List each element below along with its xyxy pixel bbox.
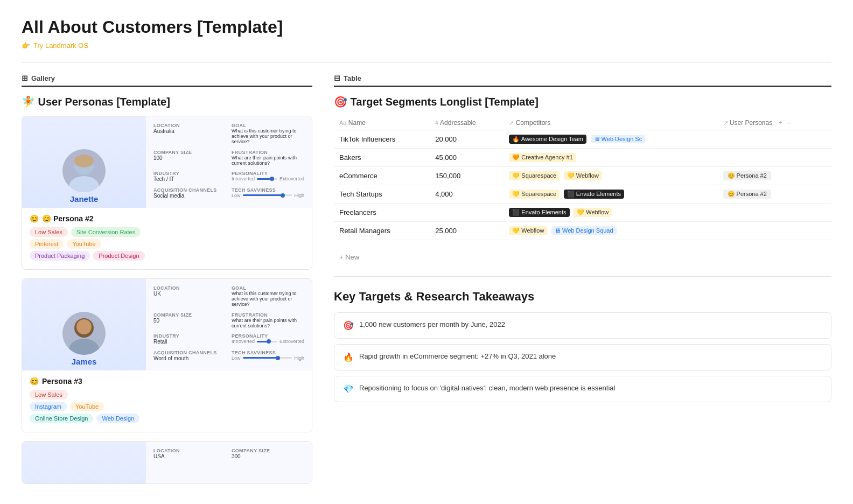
svg-point-1: [69, 176, 99, 192]
tags-row-2-janette: Pinterest YouTube: [30, 239, 304, 249]
cell-comp-freelancers: ⬛ Envato Elements 💛 Webflow: [504, 204, 717, 222]
persona-props-janette: Location Australia Goal What is this cus…: [146, 116, 312, 208]
cell-personas-tiktok: [718, 130, 831, 149]
table-row-bakers[interactable]: Bakers 45,000 🧡 Creative Agency #1: [334, 149, 831, 167]
add-new-label: + New: [339, 253, 359, 261]
comp-envato-t: ⬛ Envato Elements: [564, 190, 624, 199]
cell-comp-ecommerce: 💛 Squarespace 💛 Webflow: [504, 167, 717, 185]
cell-addr-ecommerce: 150,000: [430, 167, 504, 185]
cell-personas-ecommerce: 😊 Persona #2: [718, 167, 831, 185]
comp-webdesign-sq: 🖥 Web Design Sc: [591, 135, 646, 143]
prop-tech-james: Tech savviness Low High: [232, 350, 304, 365]
tag-online-store-design[interactable]: Online Store Design: [30, 414, 93, 423]
segments-table: Aa Name # Addressable ↗ Competitors ↗ Us…: [334, 116, 831, 240]
comp-webflow-r: 💛 Webflow: [509, 226, 547, 235]
persona-props-james: Location UK Goal What is this customer t…: [146, 279, 312, 370]
tags-row-1-james: Low Sales: [30, 390, 304, 400]
cell-comp-tiktok: 🔥 Awesome Design Team 🖥 Web Design Sc: [504, 130, 717, 149]
cell-addr-freelancers: [430, 204, 504, 222]
persona-subname-james: 😊Persona #3: [30, 377, 304, 386]
persona-name-janette: Janette: [70, 194, 99, 204]
cell-personas-bakers: [718, 149, 831, 167]
col-user-personas: ↗ User Personas + ···: [718, 116, 831, 130]
prop-acquisition-james: Acquisition channels Word of mouth: [153, 350, 226, 365]
cell-comp-bakers: 🧡 Creative Agency #1: [504, 149, 717, 167]
gallery-label: Gallery: [31, 74, 55, 82]
comp-creative-agency: 🧡 Creative Agency #1: [509, 153, 576, 162]
table-header-row: Aa Name # Addressable ↗ Competitors ↗ Us…: [334, 116, 831, 130]
add-new-button[interactable]: + New: [334, 249, 831, 265]
table-row-ecommerce[interactable]: eCommerce 150,000 💛 Squarespace 💛 Webflo…: [334, 167, 831, 185]
target-text-2: Rapid growth in eCommerce segment: +27% …: [359, 352, 556, 360]
cell-name-tech: Tech Startups: [334, 185, 430, 204]
col-addressable: # Addressable: [430, 116, 504, 130]
persona-footer-james: 😊Persona #3 Low Sales Instagram YouTube …: [22, 370, 312, 432]
gallery-icon: ⊞: [22, 74, 28, 82]
table-row-retail[interactable]: Retail Managers 25,000 💛 Webflow 🖥 Web D…: [334, 222, 831, 240]
persona-card-james[interactable]: James Location UK Goal What is this cust…: [22, 278, 312, 432]
target-icon-3: 💎: [343, 384, 354, 394]
prop-goal: Goal What is this customer trying to ach…: [232, 123, 304, 148]
cell-name-freelancers: Freelancers: [334, 204, 430, 222]
tag-youtube-j[interactable]: YouTube: [67, 239, 101, 249]
table-row-techstartups[interactable]: Tech Startups 4,000 💛 Squarespace ⬛ Enva…: [334, 185, 831, 204]
persona-card-inner-partial: Location USA Company size 300: [22, 442, 312, 484]
left-panel: ⊞ Gallery 🧚 User Personas [Template] Ja: [22, 74, 312, 493]
persona-card-janette[interactable]: Janette Location Australia Goal What is …: [22, 116, 312, 270]
target-item-3: 💎 Repositioning to focus on 'digital nat…: [334, 376, 831, 402]
persona-card-partial[interactable]: Location USA Company size 300: [22, 441, 312, 484]
cell-addr-bakers: 45,000: [430, 149, 504, 167]
prop-compsize: Company size 100: [153, 150, 226, 169]
col-name: Aa Name: [334, 116, 430, 130]
comp-webdesign-r: 🖥 Web Design Squad: [551, 226, 617, 235]
prop-industry: Industry Tech / IT: [153, 171, 226, 185]
tag-instagram[interactable]: Instagram: [30, 402, 67, 411]
comp-envato-f: ⬛ Envato Elements: [509, 208, 569, 217]
tag-product-design[interactable]: Product Design: [93, 251, 144, 261]
tag-low-sales-j[interactable]: Low Sales: [30, 227, 68, 237]
landmark-os-link[interactable]: Try Landmark OS: [33, 41, 88, 50]
prop-compsize-j: Company size 50: [153, 312, 226, 332]
right-panel: ⊟ Table 🎯 Target Segments Longlist [Temp…: [334, 74, 831, 493]
svg-point-5: [76, 319, 92, 334]
main-layout: ⊞ Gallery 🧚 User Personas [Template] Ja: [22, 74, 831, 493]
prop-location: Location Australia: [153, 123, 226, 148]
prop-frustration: Frustration What are their pain points w…: [232, 150, 304, 169]
target-item-2: 🔥 Rapid growth in eCommerce segment: +27…: [334, 344, 831, 370]
cell-addr-tech: 4,000: [430, 185, 504, 204]
table-row-tiktok[interactable]: TikTok Influencers 20,000 🔥 Awesome Desi…: [334, 130, 831, 149]
persona-badge-e: 😊 Persona #2: [723, 171, 771, 180]
persona-props-partial: Location USA Company size 300: [146, 442, 312, 484]
svg-point-2: [74, 155, 94, 167]
target-text-3: Repositioning to focus on 'digital nativ…: [359, 384, 615, 392]
page-title: All About Customers [Template]: [22, 17, 831, 37]
prop-personality-james: Personality Introverted Extroverted: [232, 333, 304, 348]
tags-row-3-james: Online Store Design Web Design: [30, 414, 304, 423]
svg-point-4: [69, 339, 99, 355]
tag-product-packaging[interactable]: Product Packaging: [30, 251, 90, 261]
comp-squarespace-e: 💛 Squarespace: [509, 171, 560, 180]
prop-industry-j: Industry Retail: [153, 333, 226, 348]
table-row-freelancers[interactable]: Freelancers ⬛ Envato Elements 💛 Webflow: [334, 204, 831, 222]
persona-card-inner-james: James Location UK Goal What is this cust…: [22, 279, 312, 370]
tag-youtube-james[interactable]: YouTube: [70, 402, 104, 411]
col-competitors: ↗ Competitors: [504, 116, 717, 130]
cell-addr-retail: 25,000: [430, 222, 504, 240]
avatar-james: [62, 312, 106, 355]
target-text-1: 1,000 new customers per month by June, 2…: [359, 320, 505, 328]
subtitle-link[interactable]: 👉 Try Landmark OS: [22, 41, 831, 50]
cell-personas-freelancers: [718, 204, 831, 222]
cell-name-retail: Retail Managers: [334, 222, 430, 240]
tag-site-conversion[interactable]: Site Conversion Rates: [71, 227, 141, 237]
cell-name-tiktok: TikTok Influencers: [334, 130, 430, 149]
tag-web-design[interactable]: Web Design: [96, 414, 139, 423]
cell-name-ecommerce: eCommerce: [334, 167, 430, 185]
tag-low-sales-james[interactable]: Low Sales: [30, 390, 68, 400]
gallery-title: 🧚 User Personas [Template]: [22, 95, 312, 108]
table-icon: ⊟: [334, 74, 340, 82]
tag-pinterest[interactable]: Pinterest: [30, 239, 64, 249]
target-icon-2: 🔥: [343, 352, 354, 362]
tags-row-3-janette: Product Packaging Product Design: [30, 251, 304, 261]
cell-personas-retail: [718, 222, 831, 240]
comp-awesome: 🔥 Awesome Design Team: [509, 135, 586, 144]
